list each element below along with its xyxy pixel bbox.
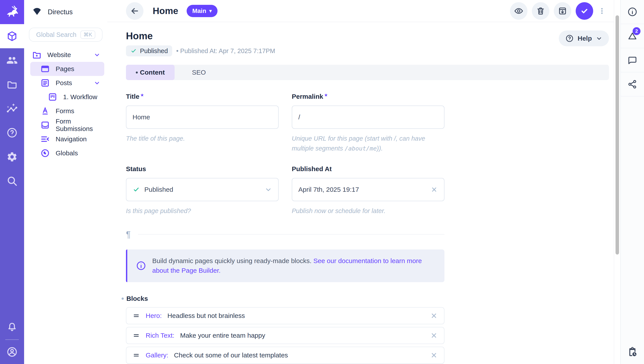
info-banner: Build dynamic pages quickly using ready-… (126, 250, 444, 282)
module-users-button[interactable] (0, 48, 24, 72)
status-select[interactable]: Published (126, 178, 279, 201)
help-button[interactable]: Help (559, 31, 609, 46)
block-type: Gallery: (146, 351, 168, 359)
sidebar-item-label: Posts (56, 79, 72, 87)
revisions-sidebar-button[interactable]: 2 (621, 24, 644, 48)
search-shortcut-chip: ⌘K (80, 31, 95, 39)
inbox-icon (40, 120, 50, 130)
clear-date-button[interactable] (430, 186, 438, 193)
eye-icon (514, 6, 524, 16)
chevron-down-icon (596, 35, 602, 42)
sidebar-item-website[interactable]: Website (30, 48, 104, 62)
field-permalink-note: Unique URL for this page (start with /, … (292, 134, 444, 153)
delete-button[interactable] (532, 2, 549, 20)
content-cube-icon (6, 31, 18, 42)
status-badge-label: Published (140, 47, 168, 55)
back-button[interactable] (126, 2, 144, 20)
sidebar-item-workflow[interactable]: 1. Workflow (30, 90, 104, 104)
drag-handle-icon[interactable] (132, 332, 140, 339)
search-placeholder: Global Search (36, 31, 76, 38)
directus-logo[interactable] (0, 0, 24, 24)
version-badge-main[interactable]: Main ▾ (187, 5, 218, 17)
divider-line (138, 234, 444, 235)
block-row-rich-text[interactable]: Rich Text: Make your entire team happy (126, 327, 444, 344)
status-badge: Published (126, 45, 172, 56)
remove-block-button[interactable] (430, 351, 438, 359)
block-title: Check out some of our latest templates (174, 351, 288, 359)
block-row-hero[interactable]: Hero: Headless but not brainless (126, 307, 444, 324)
blocks-label: Blocks (126, 295, 148, 302)
more-options-button[interactable] (598, 2, 606, 20)
field-title-note: The title of this page. (126, 134, 279, 143)
drag-handle-icon[interactable] (132, 351, 140, 359)
gear-icon (6, 151, 18, 162)
chevron-down-icon (94, 80, 100, 86)
account-button[interactable] (0, 340, 24, 364)
page-header: Home Main ▾ (107, 0, 620, 22)
field-published-at-label: Published At (292, 165, 444, 173)
module-content-button[interactable] (0, 24, 24, 48)
notifications-bell-button[interactable] (0, 315, 24, 339)
help-button-label: Help (578, 35, 592, 42)
tab-content-label: Content (140, 69, 165, 76)
help-circle-icon (6, 127, 18, 138)
preview-button[interactable] (510, 2, 528, 20)
block-type: Rich Text: (146, 332, 174, 339)
notification-count-badge: 2 (632, 27, 640, 35)
project-header[interactable]: Directus (24, 0, 107, 24)
remove-block-button[interactable] (430, 331, 438, 339)
save-button[interactable] (576, 2, 593, 20)
block-title: Headless but not brainless (167, 312, 245, 319)
sidebar-item-navigation[interactable]: Navigation (30, 132, 104, 146)
page-title: Home (126, 31, 275, 42)
module-settings-button[interactable] (0, 145, 24, 169)
archive-button[interactable] (554, 2, 571, 20)
module-search-button[interactable] (0, 169, 24, 193)
global-search-input[interactable]: Global Search ⌘K (29, 28, 102, 42)
module-files-button[interactable] (0, 72, 24, 97)
sidebar-item-forms[interactable]: Forms (30, 104, 104, 118)
nav-list-arrow-icon (40, 134, 50, 144)
block-row-gallery[interactable]: Gallery: Check out some of our latest te… (126, 347, 444, 364)
field-status-label: Status (126, 165, 279, 173)
published-at-picker[interactable]: April 7th, 2025 19:17 (292, 178, 444, 201)
arrow-left-icon (130, 6, 140, 16)
info-sidebar-button[interactable] (621, 0, 644, 24)
posts-icon (40, 78, 50, 88)
check-icon (130, 48, 137, 54)
right-sidebar: 2 (620, 0, 644, 364)
status-select-value: Published (144, 186, 173, 193)
flows-sidebar-button[interactable] (621, 340, 644, 364)
sidebar-item-label: Globals (56, 149, 78, 157)
share-sidebar-button[interactable] (621, 72, 644, 96)
globe-icon (40, 148, 50, 158)
sidebar-item-label: Pages (56, 65, 74, 73)
module-insights-button[interactable] (0, 97, 24, 121)
published-at-value: April 7th, 2025 19:17 (298, 186, 359, 193)
remove-block-button[interactable] (430, 312, 438, 320)
title-input[interactable] (132, 113, 272, 121)
drag-handle-icon[interactable] (132, 312, 140, 319)
sidebar-item-pages[interactable]: Pages (30, 62, 104, 76)
kanban-board-icon (48, 92, 58, 102)
share-icon (627, 79, 638, 89)
sidebar-item-label: Form Submissions (56, 118, 100, 132)
page-head-left: Home Published • Published At: Apr 7, 20… (126, 31, 275, 56)
rabbit-logo-icon (5, 5, 19, 19)
banner-text: Build dynamic pages quickly using ready-… (152, 256, 436, 276)
sidebar-item-label: Forms (56, 107, 74, 115)
tab-seo-label: SEO (192, 69, 206, 76)
sidebar-item-form-submissions[interactable]: Form Submissions (30, 118, 104, 132)
tab-seo[interactable]: SEO (174, 65, 223, 80)
scrollbar-thumb[interactable] (616, 15, 619, 255)
permalink-input[interactable] (298, 113, 438, 121)
sidebar-item-globals[interactable]: Globals (30, 146, 104, 160)
field-status-note: Is this page published? (126, 206, 279, 216)
vertical-scrollbar[interactable] (614, 0, 620, 364)
comments-sidebar-button[interactable] (621, 48, 644, 72)
field-status: Status Published Is this page published? (126, 165, 279, 216)
sidebar-item-posts[interactable]: Posts (30, 76, 104, 90)
tab-strip: Content SEO (126, 65, 609, 80)
module-help-button[interactable] (0, 121, 24, 145)
tab-content[interactable]: Content (126, 65, 174, 80)
